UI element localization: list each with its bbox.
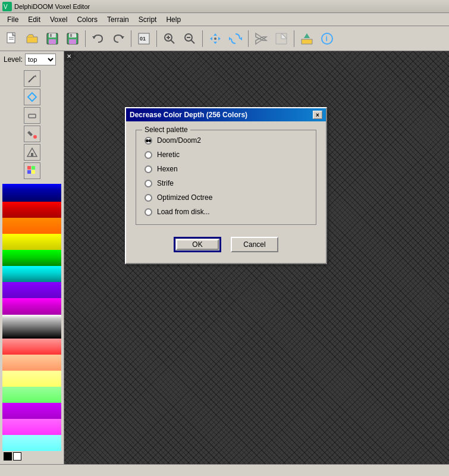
cut-button[interactable] (252, 29, 271, 48)
svg-text:01: 01 (140, 36, 146, 42)
sep4 (202, 30, 203, 47)
svg-rect-6 (49, 33, 56, 37)
new-button[interactable] (2, 29, 21, 48)
select-tool[interactable] (24, 89, 40, 105)
menu-help[interactable]: Help (161, 14, 186, 25)
sep5 (248, 30, 249, 47)
radio-hexen-input[interactable] (145, 165, 152, 173)
radio-heretic[interactable]: Heretic (145, 151, 307, 159)
sep2 (131, 30, 131, 47)
redo-button[interactable] (109, 29, 128, 48)
radio-hexen[interactable]: Hexen (145, 165, 307, 173)
palette-group: Select palette Doom/Doom2 Heretic Hexen … (136, 130, 316, 225)
structure-tool[interactable] (24, 144, 40, 161)
cancel-button[interactable]: Cancel (231, 237, 278, 252)
menu-voxel[interactable]: Voxel (45, 14, 72, 25)
svg-rect-11 (70, 34, 72, 37)
radio-octree-label: Optimized Octree (157, 193, 212, 202)
eraser-tool[interactable] (24, 107, 40, 124)
radio-octree[interactable]: Optimized Octree (145, 193, 307, 202)
radio-strife-label: Strife (157, 179, 174, 187)
app-title: DelphiDOOM Voxel Editor (14, 3, 447, 10)
tools-panel (0, 68, 64, 181)
svg-marker-42 (34, 75, 36, 77)
menu-edit[interactable]: Edit (23, 14, 45, 25)
radio-heretic-label: Heretic (157, 151, 180, 159)
svg-marker-38 (304, 33, 310, 38)
foreground-color[interactable] (4, 452, 12, 461)
save-as-button[interactable]: + (63, 29, 82, 48)
zoom-out-button[interactable] (180, 29, 199, 48)
x-marker: ✕ (64, 51, 74, 61)
radio-strife[interactable]: Strife (145, 179, 307, 187)
svg-marker-27 (210, 37, 212, 40)
counter-button[interactable]: 01 (134, 29, 153, 48)
save-button[interactable] (43, 29, 62, 48)
export-button[interactable] (297, 29, 316, 48)
menu-colors[interactable]: Colors (72, 14, 102, 25)
radio-strife-input[interactable] (145, 180, 152, 187)
svg-rect-50 (27, 170, 31, 174)
radio-doom-label: Doom/Doom2 (157, 136, 201, 145)
svg-rect-8 (49, 39, 56, 44)
fill-tool[interactable] (24, 126, 40, 142)
svg-line-21 (171, 40, 174, 43)
palette-group-label: Select palette (142, 126, 190, 134)
radio-disk[interactable]: Load from disk... (145, 208, 307, 216)
ok-button[interactable]: OK (174, 237, 221, 252)
sep6 (294, 30, 294, 47)
svg-text:V: V (4, 4, 8, 10)
titlebar: V DelphiDOOM Voxel Editor (0, 0, 449, 13)
svg-rect-48 (27, 166, 31, 170)
background-color[interactable] (13, 452, 21, 461)
rotate-button[interactable] (226, 29, 245, 48)
radio-doom-input[interactable] (145, 137, 152, 145)
menu-script[interactable]: Script (134, 14, 162, 25)
svg-rect-7 (50, 34, 52, 37)
dialog-content: Select palette Doom/Doom2 Heretic Hexen … (126, 121, 326, 263)
open-button[interactable] (23, 29, 42, 48)
left-panel: Level: top middle bottom (0, 51, 64, 464)
svg-marker-28 (218, 37, 221, 40)
palette-tool[interactable] (24, 162, 40, 179)
svg-marker-26 (213, 42, 217, 44)
svg-marker-25 (213, 33, 217, 36)
radio-hexen-label: Hexen (157, 165, 178, 173)
svg-text:i: i (326, 35, 328, 43)
palette-strip[interactable] (2, 184, 61, 462)
dialog-buttons: OK Cancel (136, 237, 316, 255)
svg-rect-37 (302, 39, 312, 44)
paste-button[interactable] (272, 29, 291, 48)
zoom-in-button[interactable] (160, 29, 179, 48)
sep3 (156, 30, 157, 47)
level-label: Level: (4, 55, 23, 64)
svg-marker-36 (281, 33, 287, 39)
pencil-tool[interactable] (24, 70, 40, 87)
undo-button[interactable] (89, 29, 108, 48)
svg-text:+: + (74, 34, 77, 38)
statusbar (0, 464, 449, 476)
radio-doom[interactable]: Doom/Doom2 (145, 136, 307, 145)
dialog-titlebar: Decrease Color Depth (256 Colors) × (126, 108, 326, 121)
palette-colors[interactable] (2, 184, 61, 451)
svg-rect-49 (32, 166, 35, 170)
toolbar: + 01 i (0, 26, 449, 51)
level-select[interactable]: top middle bottom (25, 54, 56, 65)
svg-rect-51 (32, 170, 35, 174)
menu-file[interactable]: File (2, 14, 23, 25)
radio-octree-input[interactable] (145, 194, 152, 202)
svg-marker-43 (28, 93, 36, 101)
radio-disk-label: Load from disk... (157, 208, 210, 216)
radio-heretic-input[interactable] (145, 151, 152, 159)
menubar: FileEditVoxelColorsTerrainScriptHelp (0, 13, 449, 26)
move-button[interactable] (206, 29, 225, 48)
svg-rect-44 (29, 114, 36, 118)
dialog-close-button[interactable]: × (313, 111, 322, 119)
svg-line-24 (191, 40, 194, 43)
dialog: Decrease Color Depth (256 Colors) × Sele… (125, 107, 327, 264)
radio-disk-input[interactable] (145, 208, 152, 216)
dialog-title: Decrease Color Depth (256 Colors) (130, 111, 247, 119)
info-button[interactable]: i (318, 29, 337, 48)
menu-terrain[interactable]: Terrain (102, 14, 134, 25)
app-icon: V (2, 2, 12, 11)
